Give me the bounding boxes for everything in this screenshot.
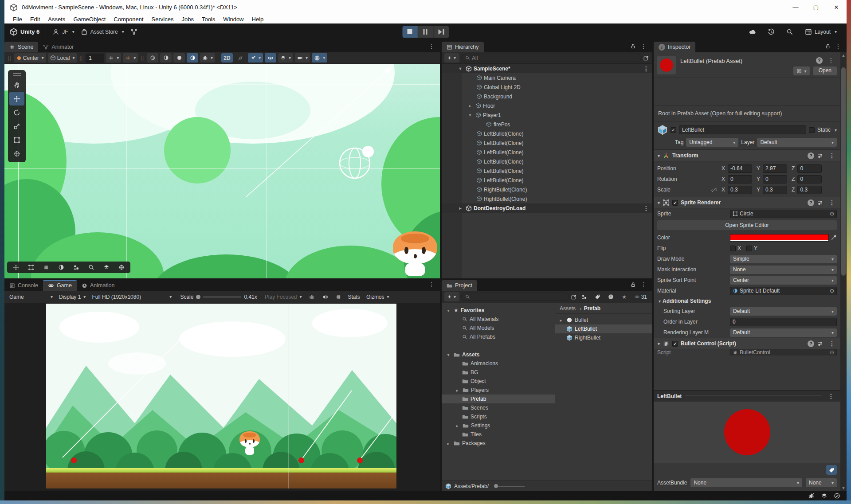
- hierarchy-item-dontdestroyonload[interactable]: ▸DontDestroyOnLoad⋮: [442, 203, 652, 213]
- kebab-icon[interactable]: ⋮: [826, 340, 838, 347]
- play-button[interactable]: [402, 26, 418, 38]
- 2d-mode-button[interactable]: 2D: [221, 53, 233, 63]
- sprite-renderer-component-header[interactable]: ▾ ✓ Sprite Renderer ? ⋮: [654, 197, 840, 208]
- shaded-overlay-icon[interactable]: [54, 262, 68, 272]
- preset-icon[interactable]: [817, 153, 823, 159]
- project-menu-kebab-icon[interactable]: ⋮: [638, 281, 649, 288]
- hierarchy-item-global-light-2d[interactable]: Global Light 2D: [442, 82, 652, 92]
- tools-drag-handle[interactable]: [13, 73, 21, 76]
- bullet-control-component-header[interactable]: ▾ ✓ Bullet Control (Script) ? ⋮: [654, 338, 840, 349]
- foldout-arrow[interactable]: ▸: [558, 318, 564, 323]
- project-folder-packages[interactable]: ▸Packages: [442, 439, 555, 448]
- tab-scene[interactable]: Scene: [4, 42, 38, 52]
- menu-edit[interactable]: Edit: [26, 16, 44, 23]
- scale-slider[interactable]: Scale 0.41x: [180, 294, 257, 300]
- foldout-arrow[interactable]: ▾: [445, 308, 451, 313]
- zoom-overlay-icon[interactable]: [84, 262, 98, 272]
- lock-icon[interactable]: [630, 43, 636, 49]
- tab-console[interactable]: Console: [4, 280, 43, 291]
- scene-lighting-button[interactable]: [235, 53, 246, 63]
- foldout-arrow[interactable]: ▸: [454, 388, 460, 393]
- grid-visibility-dropdown[interactable]: ▾: [278, 53, 293, 63]
- sorting-layer-dropdown[interactable]: Default▾: [730, 307, 837, 316]
- tab-animator[interactable]: Animator: [38, 42, 78, 52]
- project-asset-bullet[interactable]: ▸Bullet: [555, 316, 652, 324]
- pause-button[interactable]: [418, 26, 433, 38]
- object-picker-icon[interactable]: ⊙: [830, 288, 834, 294]
- scale-tool-button[interactable]: [9, 119, 24, 133]
- project-folder-scenes[interactable]: Scenes: [442, 403, 555, 412]
- undo-history-icon[interactable]: [768, 28, 775, 35]
- preset-icon[interactable]: [817, 200, 823, 206]
- asset-store-dropdown[interactable]: Asset Store ▾: [81, 28, 124, 35]
- grid-snap-dropdown[interactable]: ▾: [106, 53, 121, 63]
- inspector-scrollbar[interactable]: ▲ ▼: [840, 52, 847, 491]
- rendering-layer-dropdown[interactable]: Default▾: [730, 328, 837, 337]
- hierarchy-item-firepos[interactable]: firePos: [442, 120, 652, 129]
- lock-icon[interactable]: [630, 282, 636, 288]
- active-checkbox[interactable]: ✓: [671, 127, 676, 133]
- hierarchy-item-main-camera[interactable]: Main Camera: [442, 73, 652, 82]
- cloud-icon[interactable]: [749, 28, 756, 35]
- create-object-dropdown[interactable]: +▾: [444, 53, 459, 63]
- search-icon[interactable]: [786, 28, 793, 35]
- render-mode-button[interactable]: [187, 53, 198, 63]
- order-in-layer-field[interactable]: 0: [730, 318, 837, 326]
- inspector-menu-kebab-icon[interactable]: ⋮: [832, 43, 844, 50]
- shading-shaded-button[interactable]: [173, 53, 185, 63]
- unity-version-chip[interactable]: Unity 6: [10, 28, 39, 36]
- vsync-button[interactable]: [333, 292, 344, 301]
- hierarchy-item-leftbullet-clone[interactable]: LeftBullet(Clone): [442, 148, 652, 157]
- hierarchy-item-player1[interactable]: ▾Player1: [442, 110, 652, 120]
- project-folder-favorites[interactable]: ▾★Favorites: [442, 306, 555, 315]
- open-sprite-editor-button[interactable]: Open Sprite Editor: [657, 220, 837, 230]
- project-folder-all-materials[interactable]: All Materials: [442, 315, 555, 324]
- hierarchy-item-leftbullet-clone[interactable]: LeftBullet(Clone): [442, 166, 652, 176]
- component-enabled-checkbox[interactable]: ✓: [672, 341, 678, 347]
- foldout-arrow[interactable]: ▾: [457, 66, 464, 71]
- hierarchy-item-rightbullet-clone[interactable]: RightBullet(Clone): [442, 185, 652, 194]
- object-picker-icon[interactable]: ⊙: [830, 349, 834, 356]
- project-folder-prefab[interactable]: Prefab: [442, 395, 555, 403]
- breadcrumb-root[interactable]: Assets: [560, 305, 576, 312]
- kebab-icon[interactable]: ⋮: [640, 205, 652, 212]
- hierarchy-item-rightbullet-clone[interactable]: RightBullet(Clone): [442, 194, 652, 203]
- preview-header[interactable]: LeftBullet ⋮: [654, 390, 840, 402]
- component-enabled-checkbox[interactable]: ✓: [672, 200, 678, 206]
- hierarchy-search-input[interactable]: All: [461, 54, 641, 62]
- plastic-scm-icon[interactable]: [130, 28, 137, 35]
- grid-overlay-icon[interactable]: [39, 262, 53, 272]
- move-overlay-icon[interactable]: [9, 262, 23, 272]
- stats-button[interactable]: Stats: [346, 292, 362, 301]
- orientation-dropdown[interactable]: Local ▾: [48, 53, 77, 63]
- menu-file[interactable]: File: [9, 16, 26, 23]
- project-folder-all-models[interactable]: All Models: [442, 324, 555, 332]
- game-viewport[interactable]: [4, 303, 440, 491]
- popout-search-icon[interactable]: [571, 294, 577, 300]
- tab-project[interactable]: Project: [442, 280, 477, 291]
- object-picker-icon[interactable]: ⊙: [830, 211, 834, 217]
- scroll-down-arrow[interactable]: ▼: [840, 485, 847, 491]
- scene-visibility-button[interactable]: [265, 53, 276, 63]
- rect-overlay-icon[interactable]: [24, 262, 38, 272]
- hierarchy-menu-kebab-icon[interactable]: ⋮: [638, 43, 649, 50]
- foldout-arrow[interactable]: ▸: [467, 103, 474, 108]
- project-search-input[interactable]: [461, 293, 569, 301]
- hierarchy-item-background[interactable]: Background: [442, 92, 652, 101]
- rotation-x-field[interactable]: 0: [728, 175, 752, 184]
- project-folder-assets[interactable]: ▾Assets: [442, 350, 555, 359]
- shading-shaded-wire-button[interactable]: [160, 53, 172, 63]
- search-by-type-button[interactable]: [579, 292, 590, 301]
- layers-overlay-icon[interactable]: [99, 262, 114, 272]
- background-tasks-icon[interactable]: [834, 492, 840, 499]
- scene-camera-dropdown[interactable]: ▾: [295, 53, 310, 63]
- shapes-overlay-icon[interactable]: [69, 262, 83, 272]
- transform-component-header[interactable]: ▾ Transform ? ⋮: [654, 150, 840, 161]
- preset-icon[interactable]: [817, 341, 823, 347]
- grid-size-field[interactable]: 1: [86, 54, 104, 63]
- scroll-up-arrow[interactable]: ▲: [840, 52, 847, 59]
- drag-handle[interactable]: ||: [140, 55, 145, 61]
- draw-mode-dropdown[interactable]: Simple▾: [730, 255, 837, 263]
- rotation-y-field[interactable]: 0: [763, 175, 787, 184]
- scroll-thumb[interactable]: [841, 67, 846, 276]
